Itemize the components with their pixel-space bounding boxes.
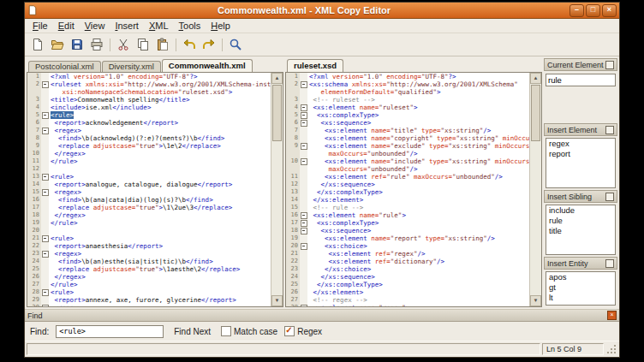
vertical-scrollbar[interactable]: ▲ ▼	[529, 73, 541, 306]
code-line[interactable]: 15 <!-- rule -->	[286, 204, 529, 211]
scroll-track[interactable]	[530, 84, 541, 295]
panel-detach-icon[interactable]	[605, 259, 614, 268]
code-line[interactable]: 18 </regex>	[27, 211, 271, 219]
list-item-regex[interactable]: regex	[546, 139, 615, 149]
code-line[interactable]: 6 <report>acknowledgement</report>	[27, 119, 271, 127]
code-line[interactable]: 4<include>ise.xml</include>	[27, 104, 271, 111]
code-line[interactable]: 27</rule>	[27, 281, 271, 288]
xml-editor-left[interactable]: 1<?xml version="1.0" encoding="UTF-8"?>2…	[27, 72, 283, 307]
code-line[interactable]: 10 </regex>	[27, 150, 271, 157]
scroll-up-icon[interactable]: ▲	[530, 73, 541, 84]
current-element-input[interactable]	[546, 74, 616, 86]
tab-ruleset-xsd[interactable]: ruleset.xsd	[287, 59, 343, 72]
code-line[interactable]: 1<?xml version="1.0" encoding="UTF-8"?>	[286, 73, 529, 80]
code-line[interactable]: 6 <xs:sequence>	[286, 119, 529, 127]
code-line[interactable]: 28<rule>	[27, 288, 271, 296]
code-line[interactable]: 12	[27, 165, 271, 173]
scroll-down-icon[interactable]: ▼	[530, 295, 541, 306]
code-line[interactable]: maxOccurs="unbounded"/>	[286, 150, 529, 157]
code-line[interactable]: 11</rule>	[27, 157, 271, 165]
code-line[interactable]: 1<?xml version="1.0" encoding="UTF-8"?>	[27, 73, 271, 80]
fold-toggle-icon[interactable]	[301, 212, 307, 219]
code-line[interactable]: 10 <xs:element name="include" type="xs:s…	[286, 157, 529, 165]
scroll-up-icon[interactable]: ▲	[271, 73, 283, 84]
fold-toggle-icon[interactable]	[42, 235, 49, 242]
code-line[interactable]: 5<rule>	[27, 111, 271, 119]
code-line[interactable]: 23 </xs:choice>	[286, 265, 529, 273]
xml-editor-right[interactable]: 1<?xml version="1.0" encoding="UTF-8"?>2…	[285, 72, 542, 307]
code-line[interactable]: maxOccurs="unbounded"/>	[286, 165, 529, 173]
menu-file[interactable]: File	[27, 20, 53, 33]
code-line[interactable]: 16 <xs:element name="rule">	[286, 211, 529, 219]
code-line[interactable]: 22 <report>anaesthesia</report>	[27, 242, 271, 250]
fold-toggle-icon[interactable]	[301, 143, 307, 150]
code-line[interactable]: 20	[27, 227, 271, 234]
new-document-button[interactable]	[28, 36, 47, 53]
list-item-rule[interactable]: rule	[546, 216, 615, 226]
code-line[interactable]: 17 <xs:complexType>	[286, 219, 529, 227]
code-line[interactable]: 16 <find>\b(ana|cata|dia)(log)(s)?\b</fi…	[27, 196, 271, 204]
fold-toggle-icon[interactable]	[42, 81, 49, 88]
code-line[interactable]: 25 </xs:complexType>	[286, 281, 529, 288]
code-line[interactable]: 7 <regex>	[27, 127, 271, 134]
regex-checkbox[interactable]: Regex	[284, 326, 322, 336]
code-line[interactable]: xsi:noNamespaceSchemaLocation="ruleset.x…	[27, 88, 271, 96]
tab-postcolonial-xml[interactable]: Postcolonial.xml	[28, 61, 101, 72]
code-line[interactable]: 19 <xs:element name="report" type="xs:st…	[286, 234, 529, 242]
code-line[interactable]: 11 <xs:element ref="rule" maxOccurs="unb…	[286, 173, 529, 181]
resize-grip[interactable]	[605, 343, 617, 355]
menu-help[interactable]: Help	[206, 20, 236, 33]
fold-toggle-icon[interactable]	[42, 305, 49, 306]
code-line[interactable]: 20 <xs:choice>	[286, 242, 529, 250]
fold-toggle-icon[interactable]	[301, 305, 307, 306]
code-line[interactable]: 7 <xs:element name="title" type="xs:stri…	[286, 127, 529, 134]
code-line[interactable]: 2<xs:schema xmlns:xs="http://www.w3.org/…	[286, 80, 529, 88]
code-line[interactable]: 19</rule>	[27, 219, 271, 227]
code-line[interactable]: 26 </xs:element>	[286, 288, 529, 296]
list-item-title[interactable]: title	[546, 226, 615, 236]
code-line[interactable]: 13 </xs:complexType>	[286, 188, 529, 196]
find-input[interactable]	[56, 325, 164, 338]
code-line[interactable]: 21 <xs:element ref="regex"/>	[286, 250, 529, 258]
redo-button[interactable]	[200, 36, 218, 53]
menu-tools[interactable]: Tools	[174, 20, 206, 33]
find-button[interactable]	[226, 36, 245, 53]
panel-detach-icon[interactable]	[605, 193, 614, 201]
scroll-down-icon[interactable]: ▼	[271, 295, 283, 306]
code-line[interactable]: 24 </xs:sequence>	[286, 273, 529, 281]
panel-detach-icon[interactable]	[605, 61, 614, 69]
fold-toggle-icon[interactable]	[301, 220, 307, 227]
code-line[interactable]: 8 <find>\b(acknowledg)(?:e)?(ments?)\b</…	[27, 134, 271, 142]
paste-button[interactable]	[153, 36, 172, 53]
list-item-apos[interactable]: apos	[546, 272, 615, 282]
fold-toggle-icon[interactable]	[301, 158, 307, 165]
menu-xml[interactable]: XML	[144, 20, 174, 33]
panel-detach-icon[interactable]	[605, 126, 614, 134]
code-line[interactable]: 3<title>Commonwealth spelling</title>	[27, 96, 271, 104]
menu-insert[interactable]: Insert	[110, 20, 144, 33]
code-line[interactable]: 8 <xs:element name="copyright" type="xs:…	[286, 134, 529, 142]
code-area[interactable]: 1<?xml version="1.0" encoding="UTF-8"?>2…	[27, 73, 271, 306]
code-line[interactable]: 18 <xs:sequence>	[286, 227, 529, 234]
menu-edit[interactable]: Edit	[53, 20, 80, 33]
cut-button[interactable]	[114, 36, 133, 53]
fold-toggle-icon[interactable]	[301, 120, 307, 127]
code-line[interactable]: 27 <!-- regex -->	[286, 296, 529, 304]
list-item-gt[interactable]: gt	[546, 282, 615, 293]
list-item-report[interactable]: report	[546, 149, 615, 159]
code-line[interactable]: 22 <xs:element ref="dictionary"/>	[286, 258, 529, 265]
window-icon[interactable]	[27, 5, 39, 16]
copy-button[interactable]	[134, 36, 152, 53]
code-line[interactable]: 2<ruleset xmlns:xsi="http://www.w3.org/2…	[27, 80, 271, 88]
code-line[interactable]: 3 <!-- ruleset -->	[286, 96, 529, 104]
code-area[interactable]: 1<?xml version="1.0" encoding="UTF-8"?>2…	[286, 73, 529, 306]
code-line[interactable]: 9 <replace adjustcase="true">\1e\2</repl…	[27, 142, 271, 150]
open-folder-button[interactable]	[48, 36, 67, 53]
match-case-checkbox[interactable]: Match case	[221, 326, 277, 336]
tab-diversity-xml[interactable]: Diversity.xml	[102, 61, 161, 72]
fold-toggle-icon[interactable]	[42, 112, 49, 119]
fold-toggle-icon[interactable]	[42, 289, 49, 296]
fold-toggle-icon[interactable]	[301, 243, 307, 250]
fold-toggle-icon[interactable]	[42, 189, 49, 196]
list-item-quot[interactable]: quot	[546, 303, 615, 306]
